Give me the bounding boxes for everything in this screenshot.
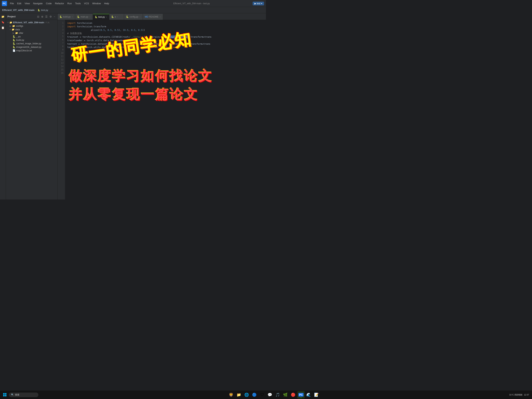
menu-navigate[interactable]: Navigate [32,1,44,6]
expand-all-button[interactable]: ☰ [44,15,48,19]
locate-file-button[interactable]: ⊕ [40,15,44,19]
project-panel: Project ⊟ ⊕ ☰ ⚙ − ▾ 📁 Efficient_ViT_with… [6,13,58,200]
tab-a[interactable]: 🐍 a × [109,14,124,20]
menu-file[interactable]: File [8,1,15,6]
tab-main-icon: 🐍 [77,15,80,18]
data-label: data [15,28,20,31]
cached-label: cached_image_folder.py [16,42,41,45]
tab-main-close[interactable]: × [89,16,90,18]
root-folder-icon: 📁 [9,21,12,24]
run-config[interactable]: ▶ test ▾ [253,2,264,5]
code-area[interactable]: import torchvision import torchvision.tr… [65,20,266,200]
configs-label: configs [16,25,23,27]
map-icon: 📄 [13,49,15,52]
app-logo: PC [2,1,7,6]
tree-item-build-py[interactable]: 🐍 build.py [6,38,57,42]
run-config-label: test [257,2,260,5]
menu-refactor[interactable]: Refactor [54,1,66,6]
blank-py-icon: 🐍 [13,35,15,38]
root-expand-icon: ▾ [7,21,9,24]
menu-bar: File Edit View Navigate Code Refactor Ru… [8,1,131,6]
menu-tools[interactable]: Tools [74,1,82,6]
imagenet-icon: 🐍 [13,46,15,48]
tree-root[interactable]: ▾ 📁 Efficient_ViT_with_DW-main F:/A [6,21,57,24]
configs-expand-icon: ▶ [10,25,12,27]
tree-item-map[interactable]: 📄 map22kto1k.txt [6,49,57,52]
tab-build-label: build.py [63,15,70,18]
breadcrumb-separator: › [36,9,36,12]
configs-folder-icon: 📁 [12,25,15,27]
tab-config-icon: 🐍 [126,15,129,18]
code-editor[interactable]: 1 2 3 4 5 6 7 8 9 10 11 12 13 14 15 16 i… [58,20,266,200]
menu-help[interactable]: Help [103,1,111,6]
tab-main-label: main.py [81,15,88,18]
cifar-folder-icon: 📁 [15,32,18,34]
cifar-label: cifar [19,32,23,34]
project-panel-toggle[interactable]: 📁 [0,14,6,19]
tab-build-py[interactable]: 🐍 build.py × [58,14,75,20]
tab-a-close[interactable]: × [117,16,118,18]
tab-build-close[interactable]: × [72,16,73,18]
build-py-label: build.py [16,39,24,41]
tree-item-imagenet[interactable]: 🐍 imagenet22k_dataset.py [6,45,57,49]
title-bar: PC File Edit View Navigate Code Refactor… [0,0,266,7]
tab-test-label: test.py [98,16,105,18]
tab-readme-label: README [149,15,158,18]
menu-window[interactable]: Window [91,1,102,6]
dropdown-icon: ▾ [261,2,262,5]
build-py-icon: 🐍 [13,39,15,41]
tab-build-icon: 🐍 [59,15,62,18]
tab-main-py[interactable]: 🐍 main.py × [75,14,93,20]
file-tree: ▾ 📁 Efficient_ViT_with_DW-main F:/A ▶ 📁 … [6,20,57,200]
tree-item-blank-py[interactable]: 🐍 _.py [6,35,57,38]
collapse-all-button[interactable]: ⊟ [36,15,40,19]
run-icon: ▶ [254,2,256,5]
title-right: ▶ test ▾ [253,2,264,5]
data-folder-icon: 📁 [12,28,15,31]
settings-button[interactable]: ⚙ [49,15,53,19]
tab-a-label: a [115,15,116,18]
cifar-expand-icon: ▶ [13,32,14,34]
tab-readme-close[interactable]: × [159,16,161,18]
tab-test-icon: 🐍 [95,16,97,18]
root-label: Efficient_ViT_with_DW-main [13,21,44,24]
blank-py-label: _.py [16,35,21,38]
menu-edit[interactable]: Edit [16,1,23,6]
tab-config-py[interactable]: 🐍 config.py × [124,14,143,20]
breadcrumb-file[interactable]: 🐍 test.py [38,9,48,12]
menu-vcs[interactable]: VCS [82,1,90,6]
tab-test-py[interactable]: 🐍 test.py × [93,14,109,20]
tab-readme-icon: MD [145,15,148,18]
panel-header: Project ⊟ ⊕ ☰ ⚙ − [6,13,57,20]
cached-icon: 🐍 [13,42,15,45]
file-py-icon: 🐍 [38,9,40,12]
tab-config-close[interactable]: × [139,16,140,18]
map-label: map22kto1k.txt [16,49,32,52]
tabs-bar: 🐍 build.py × 🐍 main.py × 🐍 test.py × 🐍 a… [58,13,266,20]
line-numbers: 1 2 3 4 5 6 7 8 9 10 11 12 13 14 15 16 [58,20,65,200]
breadcrumb-filename: test.py [41,9,48,12]
tree-item-configs[interactable]: ▶ 📁 configs [6,24,57,28]
breadcrumb-bar: Efficient_ViT_with_DW-main › 🐍 test.py [0,7,266,13]
menu-code[interactable]: Code [44,1,53,6]
tab-test-close[interactable]: × [106,16,107,18]
breadcrumb-project[interactable]: Efficient_ViT_with_DW-main [2,9,35,12]
left-sidebar: 📁 🔖 📋 ⚙ [0,13,6,200]
data-expand-icon: ▾ [10,28,11,31]
imagenet-label: imagenet22k_dataset.py [16,46,41,48]
window-title: Efficient_ViT_with_DW-main - test.py [131,2,253,5]
root-path: F:/A [46,21,49,24]
tree-item-data[interactable]: ▾ 📁 data [6,28,57,31]
bookmarks-toggle[interactable]: 🔖 [0,19,6,25]
close-panel-button[interactable]: − [53,15,56,19]
menu-run[interactable]: Run [66,1,73,6]
tree-item-cached[interactable]: 🐍 cached_image_folder.py [6,42,57,45]
structure-toggle[interactable]: 📋 [0,25,6,30]
panel-actions: ⊟ ⊕ ☰ ⚙ − [36,15,56,19]
panel-title: Project [7,15,35,18]
tree-item-cifar[interactable]: ▶ 📁 cifar [6,31,57,35]
tab-config-label: config.py [129,15,138,18]
tab-a-icon: 🐍 [111,15,114,18]
tab-readme[interactable]: MD README × [143,14,163,20]
menu-view[interactable]: View [23,1,31,6]
